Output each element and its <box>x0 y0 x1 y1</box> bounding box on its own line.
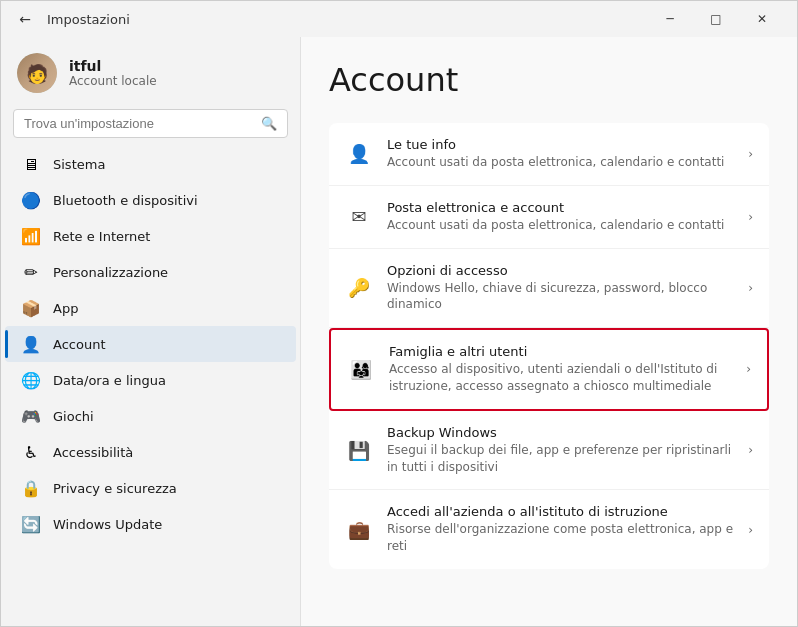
close-button[interactable]: ✕ <box>739 3 785 35</box>
nav-label-account: Account <box>53 337 106 352</box>
item-text-accesso: Opzioni di accesso Windows Hello, chiave… <box>387 263 734 314</box>
settings-item-tue-info[interactable]: 👤 Le tue info Account usati da posta ele… <box>329 123 769 186</box>
sidebar-item-personalizzazione[interactable]: ✏️ Personalizzazione <box>5 254 296 290</box>
item-title-tue-info: Le tue info <box>387 137 734 152</box>
item-title-posta: Posta elettronica e account <box>387 200 734 215</box>
settings-item-azienda[interactable]: 💼 Accedi all'azienda o all'istituto di i… <box>329 490 769 569</box>
sidebar-item-privacy[interactable]: 🔒 Privacy e sicurezza <box>5 470 296 506</box>
user-subtitle: Account locale <box>69 74 157 88</box>
chevron-icon-azienda: › <box>748 523 753 537</box>
nav-label-app: App <box>53 301 78 316</box>
nav-icon-rete: 📶 <box>21 226 41 246</box>
item-title-azienda: Accedi all'azienda o all'istituto di ist… <box>387 504 734 519</box>
user-name: itful <box>69 58 157 74</box>
settings-card: 👤 Le tue info Account usati da posta ele… <box>329 123 769 569</box>
item-desc-posta: Account usati da posta elettronica, cale… <box>387 217 734 234</box>
sidebar-item-account[interactable]: 👤 Account <box>5 326 296 362</box>
item-title-backup: Backup Windows <box>387 425 734 440</box>
sidebar-item-bluetooth[interactable]: 🔵 Bluetooth e dispositivi <box>5 182 296 218</box>
item-title-famiglia: Famiglia e altri utenti <box>389 344 732 359</box>
nav-icon-privacy: 🔒 <box>21 478 41 498</box>
sidebar-item-accessibilita[interactable]: ♿ Accessibilità <box>5 434 296 470</box>
titlebar: ← Impostazioni ─ □ ✕ <box>1 1 797 37</box>
nav-label-dataora: Data/ora e lingua <box>53 373 166 388</box>
nav-label-rete: Rete e Internet <box>53 229 150 244</box>
item-text-tue-info: Le tue info Account usati da posta elett… <box>387 137 734 171</box>
nav-label-update: Windows Update <box>53 517 162 532</box>
item-text-famiglia: Famiglia e altri utenti Accesso al dispo… <box>389 344 732 395</box>
sidebar-item-dataora[interactable]: 🌐 Data/ora e lingua <box>5 362 296 398</box>
item-icon-accesso: 🔑 <box>345 274 373 302</box>
chevron-icon-famiglia: › <box>746 362 751 376</box>
nav-label-sistema: Sistema <box>53 157 105 172</box>
nav-icon-giochi: 🎮 <box>21 406 41 426</box>
nav-icon-accessibilita: ♿ <box>21 442 41 462</box>
settings-item-posta[interactable]: ✉ Posta elettronica e account Account us… <box>329 186 769 249</box>
sidebar-item-update[interactable]: 🔄 Windows Update <box>5 506 296 542</box>
maximize-button[interactable]: □ <box>693 3 739 35</box>
search-input[interactable] <box>24 116 253 131</box>
nav-icon-bluetooth: 🔵 <box>21 190 41 210</box>
nav-icon-personalizzazione: ✏️ <box>21 262 41 282</box>
sidebar-item-rete[interactable]: 📶 Rete e Internet <box>5 218 296 254</box>
item-icon-posta: ✉ <box>345 203 373 231</box>
main-layout: 🧑 itful Account locale 🔍 🖥 Sistema 🔵 Blu… <box>1 37 797 626</box>
sidebar-item-app[interactable]: 📦 App <box>5 290 296 326</box>
settings-item-famiglia[interactable]: 👨‍👩‍👧 Famiglia e altri utenti Accesso al… <box>329 328 769 411</box>
avatar-image: 🧑 <box>17 53 57 93</box>
item-desc-accesso: Windows Hello, chiave di sicurezza, pass… <box>387 280 734 314</box>
nav-label-accessibilita: Accessibilità <box>53 445 133 460</box>
minimize-button[interactable]: ─ <box>647 3 693 35</box>
content-area: Account 👤 Le tue info Account usati da p… <box>301 37 797 626</box>
nav-icon-app: 📦 <box>21 298 41 318</box>
user-info: itful Account locale <box>69 58 157 88</box>
nav-label-privacy: Privacy e sicurezza <box>53 481 177 496</box>
chevron-icon-tue-info: › <box>748 147 753 161</box>
avatar: 🧑 <box>17 53 57 93</box>
sidebar-item-sistema[interactable]: 🖥 Sistema <box>5 146 296 182</box>
chevron-icon-backup: › <box>748 443 753 457</box>
item-icon-famiglia: 👨‍👩‍👧 <box>347 355 375 383</box>
item-desc-azienda: Risorse dell'organizzazione come posta e… <box>387 521 734 555</box>
search-box[interactable]: 🔍 <box>13 109 288 138</box>
item-text-backup: Backup Windows Esegui il backup dei file… <box>387 425 734 476</box>
nav-icon-sistema: 🖥 <box>21 154 41 174</box>
search-icon: 🔍 <box>261 116 277 131</box>
item-text-azienda: Accedi all'azienda o all'istituto di ist… <box>387 504 734 555</box>
user-profile: 🧑 itful Account locale <box>1 45 300 109</box>
nav-icon-account: 👤 <box>21 334 41 354</box>
app-title: Impostazioni <box>47 12 637 27</box>
nav-icon-update: 🔄 <box>21 514 41 534</box>
window-controls: ─ □ ✕ <box>647 3 785 35</box>
item-desc-backup: Esegui il backup dei file, app e prefere… <box>387 442 734 476</box>
nav-label-personalizzazione: Personalizzazione <box>53 265 168 280</box>
item-icon-backup: 💾 <box>345 436 373 464</box>
page-title: Account <box>329 61 769 99</box>
item-icon-tue-info: 👤 <box>345 140 373 168</box>
settings-item-accesso[interactable]: 🔑 Opzioni di accesso Windows Hello, chia… <box>329 249 769 329</box>
settings-item-backup[interactable]: 💾 Backup Windows Esegui il backup dei fi… <box>329 411 769 491</box>
nav-label-bluetooth: Bluetooth e dispositivi <box>53 193 198 208</box>
sidebar: 🧑 itful Account locale 🔍 🖥 Sistema 🔵 Blu… <box>1 37 301 626</box>
item-icon-azienda: 💼 <box>345 516 373 544</box>
item-desc-tue-info: Account usati da posta elettronica, cale… <box>387 154 734 171</box>
chevron-icon-accesso: › <box>748 281 753 295</box>
item-desc-famiglia: Accesso al dispositivo, utenti aziendali… <box>389 361 732 395</box>
item-text-posta: Posta elettronica e account Account usat… <box>387 200 734 234</box>
back-button[interactable]: ← <box>13 7 37 31</box>
nav-label-giochi: Giochi <box>53 409 94 424</box>
sidebar-item-giochi[interactable]: 🎮 Giochi <box>5 398 296 434</box>
nav-list: 🖥 Sistema 🔵 Bluetooth e dispositivi 📶 Re… <box>1 146 300 542</box>
chevron-icon-posta: › <box>748 210 753 224</box>
item-title-accesso: Opzioni di accesso <box>387 263 734 278</box>
nav-icon-dataora: 🌐 <box>21 370 41 390</box>
